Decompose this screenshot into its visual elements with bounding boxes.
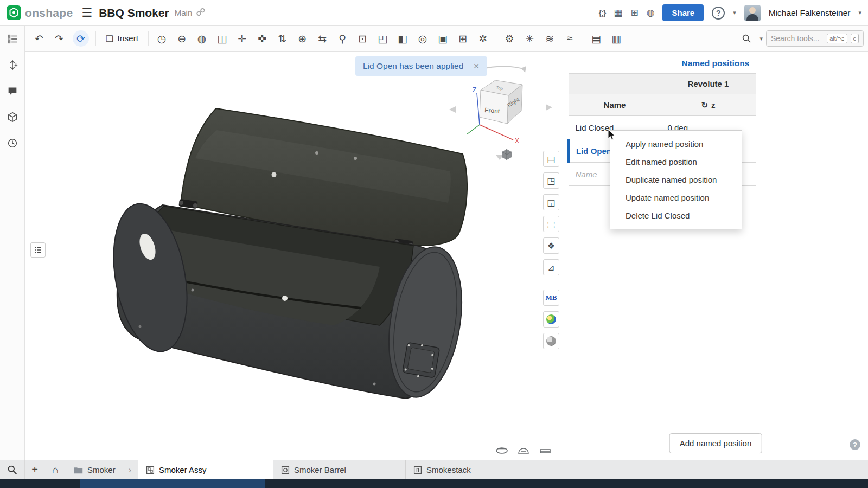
insert-part-icon[interactable]: ◫ xyxy=(212,29,232,48)
bom-icon[interactable]: ▤ xyxy=(586,29,606,48)
tangent-mate-icon[interactable]: ⚲ xyxy=(333,29,352,48)
folder-chevron-icon: › xyxy=(129,465,131,475)
belt-relation-icon[interactable]: ≈ xyxy=(560,29,579,48)
app-header: onshape ☰ BBQ Smoker Main {;} ▦ ⊞ ◍ Shar… xyxy=(0,0,868,26)
tab-smoker-assy[interactable]: Smoker Assy xyxy=(138,460,273,479)
color-sphere xyxy=(546,314,556,324)
assembly-toolbar: ↶ ↷ ⟳ ❏ Insert ◷ ⊖ ◍ ◫ ✛ ✜ ⇅ ⊕ ⇆ ⚲ ⊡ ◰ ◧… xyxy=(25,26,868,52)
rack-relation-icon[interactable]: ✳ xyxy=(520,29,539,48)
replicate-icon[interactable]: ✲ xyxy=(473,29,493,48)
screw-relation-icon[interactable]: ≋ xyxy=(540,29,559,48)
dof-column-header: ↻ z xyxy=(661,94,756,116)
frame-select-icon[interactable]: ⊡ xyxy=(353,29,372,48)
display-states-icon[interactable]: ◎ xyxy=(413,29,432,48)
viewcube-front-label[interactable]: Front xyxy=(484,106,501,115)
instance-tree-button[interactable] xyxy=(30,242,46,258)
cylinder-view-icon[interactable] xyxy=(495,446,509,455)
help-button[interactable]: ? xyxy=(712,7,725,20)
drag-view-icon[interactable]: ◲ xyxy=(543,194,559,210)
search-tools-group: ▾ Search tools... alt/⌥ c xyxy=(737,29,864,48)
update-icon[interactable]: ⟳ xyxy=(73,30,89,47)
appearance-icon[interactable]: ❖ xyxy=(543,237,559,254)
render-sphere-icon[interactable] xyxy=(543,311,559,328)
matte-sphere-icon[interactable] xyxy=(543,333,559,349)
x-axis-label: X xyxy=(515,137,519,145)
menu-item-update[interactable]: Update named position xyxy=(610,189,742,207)
parts-cube-icon[interactable] xyxy=(5,110,20,125)
user-name[interactable]: Michael Falkensteiner xyxy=(769,8,851,18)
fastened-mate-icon[interactable]: ✜ xyxy=(252,29,272,48)
snapshot-icon[interactable]: ◧ xyxy=(393,29,412,48)
kbd-c: c xyxy=(851,34,859,43)
pattern-icon[interactable]: ⊞ xyxy=(453,29,473,48)
feature-list-icon[interactable] xyxy=(5,31,20,47)
undo-button[interactable]: ↶ xyxy=(29,29,49,48)
copy-instance-icon[interactable]: ▣ xyxy=(433,29,452,48)
app-store-icon[interactable]: ⊞ xyxy=(630,7,638,18)
user-avatar[interactable] xyxy=(744,5,761,21)
folder-tab-smoker[interactable]: Smoker › xyxy=(66,460,138,479)
comments-icon[interactable] xyxy=(5,84,20,99)
measure-icon[interactable]: ⊿ xyxy=(543,259,559,275)
gear-relation-icon[interactable]: ⚙ xyxy=(500,29,519,48)
isometric-view-icon[interactable] xyxy=(500,148,513,163)
user-caret-icon[interactable]: ▾ xyxy=(858,9,861,16)
ball-mate-icon[interactable]: ◍ xyxy=(192,29,212,48)
featurescript-icon[interactable]: {;} xyxy=(599,9,606,17)
mate-icon[interactable]: ✛ xyxy=(232,29,252,48)
insert-button[interactable]: ❏ Insert xyxy=(99,29,145,48)
menu-item-delete[interactable]: Delete Lid Closed xyxy=(610,207,742,224)
cylindrical-mate-icon[interactable]: ⊖ xyxy=(172,29,192,48)
menu-item-duplicate[interactable]: Duplicate named position xyxy=(610,171,742,189)
section-view-icon[interactable]: ⬚ xyxy=(543,216,559,232)
search-caret-icon[interactable]: ▾ xyxy=(760,35,763,42)
link-icon[interactable] xyxy=(196,8,205,18)
rotate-right-arrow[interactable] xyxy=(546,104,552,111)
menu-item-edit[interactable]: Edit named position xyxy=(610,153,742,171)
redo-button[interactable]: ↷ xyxy=(49,29,69,48)
insert-label: Insert xyxy=(117,34,138,43)
revolute-column-header: Revolute 1 xyxy=(661,74,756,94)
structure-panel-icon[interactable]: ▥ xyxy=(607,29,626,48)
document-tab-bar: + ⌂ Smoker › Smoker Assy Smoker Barrel S… xyxy=(0,460,868,479)
toast-close-icon[interactable]: ✕ xyxy=(473,62,480,70)
menu-item-apply[interactable]: Apply named position xyxy=(610,135,742,153)
mate-features-icon[interactable] xyxy=(5,57,20,73)
add-named-position-button[interactable]: Add named position xyxy=(669,433,762,453)
panel-help-icon[interactable]: ? xyxy=(850,439,860,450)
scene-svg: Front Right Top Z X xyxy=(25,52,563,460)
rotate-left-arrow[interactable] xyxy=(449,106,456,113)
share-button[interactable]: Share xyxy=(662,4,704,21)
slab-view-icon[interactable] xyxy=(538,446,552,455)
tab-search-icon[interactable] xyxy=(0,460,25,479)
kbd-alt: alt/⌥ xyxy=(827,34,847,43)
onshape-app: onshape ☰ BBQ Smoker Main {;} ▦ ⊞ ◍ Shar… xyxy=(0,0,868,488)
toast-message: Lid Open has been applied xyxy=(363,61,463,71)
home-tab-icon[interactable]: ⌂ xyxy=(44,460,66,479)
panel-toggle-icon[interactable]: ▤ xyxy=(543,151,559,167)
graphics-canvas[interactable]: Front Right Top Z X Lid Open has been ap… xyxy=(25,52,563,460)
explode-view-icon[interactable]: ◰ xyxy=(373,29,392,48)
parallel-mate-icon[interactable]: ⇆ xyxy=(312,29,332,48)
search-magnifier-icon[interactable] xyxy=(737,29,756,48)
help-caret-icon[interactable]: ▾ xyxy=(733,9,736,16)
globe-icon[interactable]: ◍ xyxy=(647,7,655,18)
mb-app-icon[interactable]: MB xyxy=(543,290,559,306)
new-tab-button[interactable]: + xyxy=(25,460,44,479)
onshape-logo[interactable]: onshape xyxy=(7,5,73,20)
tab-smoker-barrel[interactable]: Smoker Barrel xyxy=(273,460,406,479)
history-clock-icon[interactable] xyxy=(5,136,20,151)
slider-mate-icon[interactable]: ⇅ xyxy=(272,29,292,48)
main-menu-icon[interactable]: ☰ xyxy=(81,6,92,20)
planar-mate-icon[interactable]: ⊕ xyxy=(292,29,312,48)
branch-name[interactable]: Main xyxy=(175,8,193,17)
dome-view-icon[interactable] xyxy=(516,446,531,455)
onshape-logo-icon xyxy=(7,5,21,20)
spreadsheet-icon[interactable]: ▦ xyxy=(614,7,622,18)
revolute-tool-icon[interactable]: ◷ xyxy=(152,29,171,48)
export-view-icon[interactable]: ◳ xyxy=(543,172,559,189)
tab-smokestack[interactable]: Smokestack xyxy=(406,460,538,479)
view-cube[interactable]: Front Right Top Z X xyxy=(449,66,552,160)
name-column-header: Name xyxy=(569,94,661,116)
search-tools-input[interactable]: Search tools... alt/⌥ c xyxy=(766,30,864,47)
